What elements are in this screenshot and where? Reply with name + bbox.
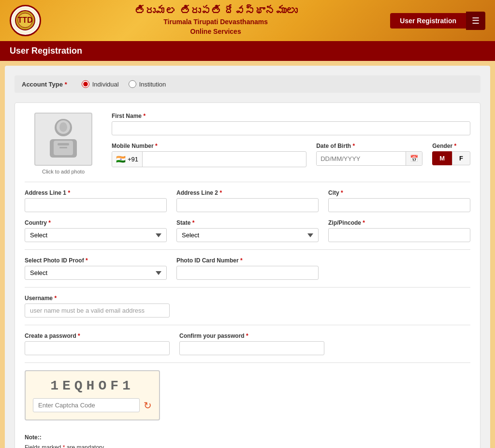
gender-label: Gender * [432,143,470,149]
svg-point-6 [59,122,67,132]
city-input[interactable] [328,198,470,212]
mobile-input-wrapper: 🇮🇳 +91 [112,151,306,167]
radio-institution[interactable]: Institution [129,80,166,88]
photo-id-row: Select Photo ID Proof * Select Photo ID … [25,257,470,280]
gender-male-button[interactable]: M [432,151,452,165]
avatar-icon [44,114,83,164]
username-label: Username * [25,295,170,302]
svg-rect-9 [59,147,67,148]
nav-label: User Registration [390,13,466,29]
confirm-password-input[interactable] [179,341,324,355]
svg-text:TTD: TTD [17,16,32,24]
captcha-input-row: ↻ [33,398,152,412]
first-name-col: First Name * [112,113,470,135]
note-title: Note:: [25,433,306,442]
address-row: Address Line 1 * Address Line 2 * City * [25,189,470,212]
state-label: State * [176,219,319,226]
address2-input[interactable] [176,198,319,212]
divider-4 [25,325,470,325]
mobile-input[interactable] [143,153,306,166]
address1-input[interactable] [25,198,167,212]
address1-label: Address Line 1 * [25,189,167,196]
mobile-label: Mobile Number * [112,143,306,149]
photo-id-number-col: Photo ID Card Number * [176,257,319,280]
footer-row: Note:: Fields marked * are mandatory Cli… [25,428,470,448]
radio-institution-label: Institution [139,81,166,88]
create-password-col: Create a password * [25,332,170,355]
country-select[interactable]: Select [25,228,167,242]
divider-3 [25,287,470,288]
header-title: తిరుమల తిరుపతి దేవస్థానములు Tirumala Tir… [41,5,390,36]
menu-button[interactable]: ☰ [466,12,485,30]
photo-id-number-input[interactable] [176,266,319,280]
confirm-password-label: Confirm your password * [179,332,324,339]
note-section: Note:: Fields marked * are mandatory Cli… [25,428,306,448]
address2-label: Address Line 2 * [176,189,319,196]
photo-id-proof-col: Select Photo ID Proof * Select [25,257,167,280]
divider-2 [25,249,470,250]
first-name-label: First Name * [112,113,470,119]
mobile-dob-gender-row: Mobile Number * 🇮🇳 +91 Date of B [112,143,470,167]
dob-input[interactable] [317,152,406,165]
username-input[interactable] [25,303,170,318]
top-info-row: Click to add photo First Name * [25,113,470,174]
calendar-button[interactable]: 📅 [406,152,422,165]
flag-prefix: 🇮🇳 +91 [112,152,143,167]
header-english-line1: Tirumala Tirupati Devasthanams [41,17,390,27]
captcha-box: 1EQHOF1 ↻ [25,370,160,420]
state-col: State * Select [176,219,319,242]
captcha-refresh-button[interactable]: ↻ [144,400,152,411]
form-body: Click to add photo First Name * [15,102,480,448]
divider-1 [25,182,470,182]
photo-id-select[interactable]: Select [25,266,167,280]
captcha-input[interactable] [33,398,140,412]
captcha-row: 1EQHOF1 ↻ [25,370,470,420]
page-title: User Registration [10,46,82,56]
mobile-prefix-text: +91 [128,156,138,163]
main-content: Account Type * Individual Institution [5,66,490,448]
dob-label: Date of Birth * [316,143,422,149]
create-password-input[interactable] [25,341,170,355]
avatar-box[interactable] [34,113,92,166]
photo-id-number-label: Photo ID Card Number * [176,257,319,264]
header-telugu: తిరుమల తిరుపతి దేవస్థానములు [41,5,390,17]
page-title-bar: User Registration [0,41,495,61]
logo: TTD [10,5,41,36]
gender-col: Gender * M F [432,143,470,165]
first-name-input[interactable] [112,121,470,135]
radio-individual[interactable]: Individual [82,80,119,88]
address2-col: Address Line 2 * [176,189,319,212]
flag-icon: 🇮🇳 [116,155,126,164]
country-state-zip-row: Country * Select State * Select Zip/Pinc… [25,219,470,242]
header-nav: User Registration ☰ [390,12,485,30]
confirm-password-col: Confirm your password * [179,332,324,355]
dob-col: Date of Birth * 📅 [316,143,422,166]
divider-5 [25,362,470,363]
svg-rect-8 [58,143,69,145]
logo-inner: TTD [12,7,39,34]
header-english-line2: Online Services [41,27,390,37]
captcha-code: 1EQHOF1 [33,378,152,393]
state-select[interactable]: Select [176,228,319,242]
avatar-caption[interactable]: Click to add photo [42,169,85,174]
username-row: Username * [25,295,470,318]
create-password-label: Create a password * [25,332,170,339]
gender-female-button[interactable]: F [452,151,470,165]
account-type-row: Account Type * Individual Institution [15,75,480,93]
radio-individual-label: Individual [92,81,119,88]
mobile-col: Mobile Number * 🇮🇳 +91 [112,143,306,167]
country-col: Country * Select [25,219,167,242]
zip-input[interactable] [328,228,470,242]
address1-col: Address Line 1 * [25,189,167,212]
city-label: City * [328,189,470,196]
account-type-radio-group: Individual Institution [82,80,166,88]
photo-id-proof-label: Select Photo ID Proof * [25,257,167,264]
account-type-label: Account Type * [22,81,67,88]
city-col: City * [328,189,470,212]
country-label: Country * [25,219,167,226]
username-col: Username * [25,295,170,318]
gender-group: M F [432,151,470,165]
first-name-row: First Name * [112,113,470,135]
photo-form-side: First Name * Mobile Number * 🇮🇳 [112,113,470,174]
zip-label: Zip/Pincode * [328,219,470,226]
